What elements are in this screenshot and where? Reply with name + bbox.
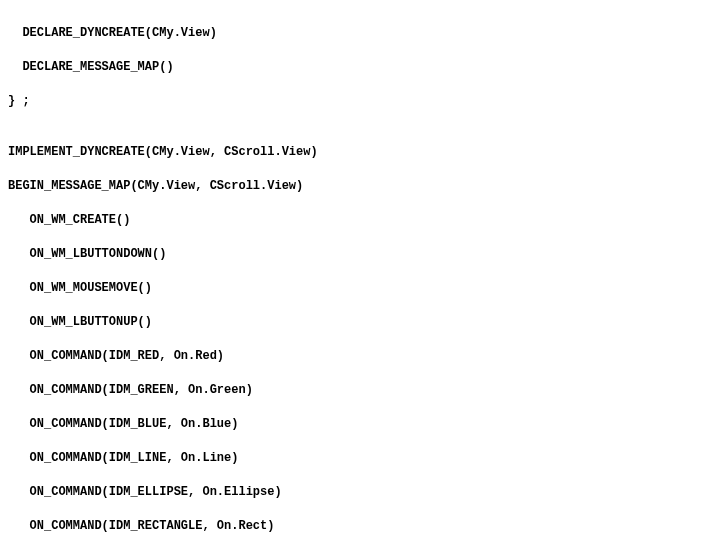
code-line: ON_COMMAND(IDM_RED, On.Red) bbox=[8, 348, 720, 365]
code-line: ON_COMMAND(IDM_GREEN, On.Green) bbox=[8, 382, 720, 399]
code-line: ON_COMMAND(IDM_BLUE, On.Blue) bbox=[8, 416, 720, 433]
code-line: DECLARE_DYNCREATE(CMy.View) bbox=[8, 25, 720, 42]
code-block: DECLARE_DYNCREATE(CMy.View) DECLARE_MESS… bbox=[0, 0, 720, 540]
code-line: BEGIN_MESSAGE_MAP(CMy.View, CScroll.View… bbox=[8, 178, 720, 195]
code-line: ON_COMMAND(IDM_ELLIPSE, On.Ellipse) bbox=[8, 484, 720, 501]
code-line: ON_WM_CREATE() bbox=[8, 212, 720, 229]
code-line: DECLARE_MESSAGE_MAP() bbox=[8, 59, 720, 76]
code-line: } ; bbox=[8, 93, 720, 110]
code-line: ON_COMMAND(IDM_LINE, On.Line) bbox=[8, 450, 720, 467]
code-line: ON_WM_LBUTTONUP() bbox=[8, 314, 720, 331]
code-line: ON_COMMAND(IDM_RECTANGLE, On.Rect) bbox=[8, 518, 720, 535]
code-line: IMPLEMENT_DYNCREATE(CMy.View, CScroll.Vi… bbox=[8, 144, 720, 161]
code-line: ON_WM_MOUSEMOVE() bbox=[8, 280, 720, 297]
code-line: ON_WM_LBUTTONDOWN() bbox=[8, 246, 720, 263]
